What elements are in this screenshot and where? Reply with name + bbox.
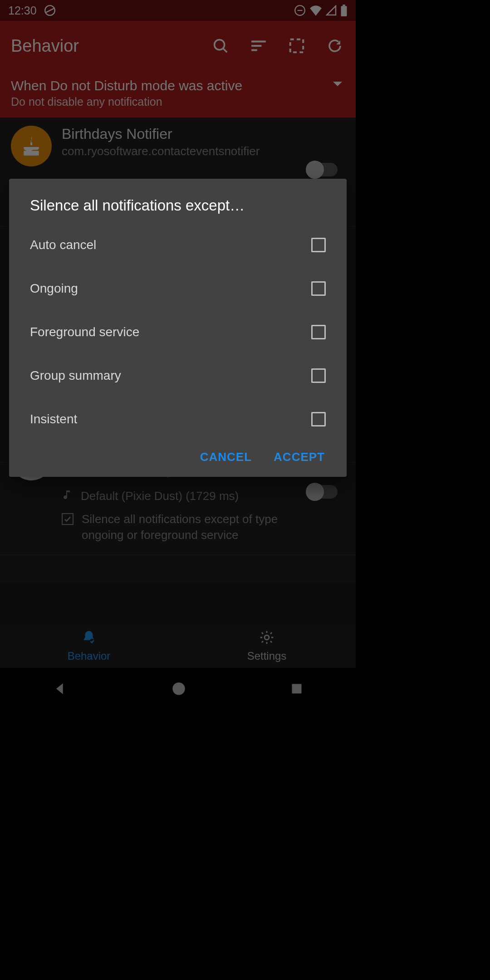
dialog-title: Silence all notifications except… — [9, 179, 347, 223]
option-insistent[interactable]: Insistent — [9, 397, 347, 441]
checkbox[interactable] — [311, 325, 326, 339]
checkbox[interactable] — [311, 412, 326, 426]
checkbox[interactable] — [311, 238, 326, 252]
checkbox[interactable] — [311, 281, 326, 296]
checkbox[interactable] — [311, 368, 326, 383]
option-label: Ongoing — [30, 281, 311, 296]
option-group-summary[interactable]: Group summary — [9, 354, 347, 397]
option-label: Group summary — [30, 368, 311, 383]
option-foreground-service[interactable]: Foreground service — [9, 310, 347, 354]
accept-button[interactable]: ACCEPT — [274, 450, 325, 464]
option-label: Insistent — [30, 412, 311, 426]
option-ongoing[interactable]: Ongoing — [9, 267, 347, 310]
cancel-button[interactable]: CANCEL — [200, 450, 252, 464]
option-label: Foreground service — [30, 325, 311, 339]
option-auto-cancel[interactable]: Auto cancel — [9, 223, 347, 267]
option-label: Auto cancel — [30, 238, 311, 252]
silence-dialog: Silence all notifications except… Auto c… — [9, 179, 347, 477]
